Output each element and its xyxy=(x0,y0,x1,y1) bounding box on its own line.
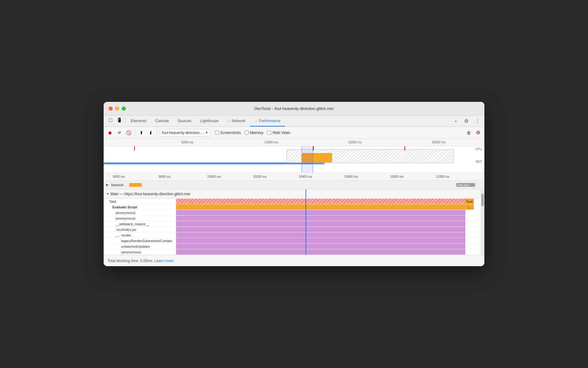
flame-row-legacy: legacyRenderSubtreeIntoContainer xyxy=(104,238,484,244)
evaluate-right-label: L... xyxy=(467,204,474,210)
perf-settings-button[interactable]: ⚙ xyxy=(474,129,482,137)
flame-row-evaluate: Evaluate Script L... xyxy=(104,204,484,210)
scrollbar-thumb[interactable] xyxy=(481,194,484,206)
network-warn-icon: ⚠ xyxy=(227,119,231,123)
anon1-label: (anonymous) xyxy=(104,210,172,215)
clear-button[interactable]: 🚫 xyxy=(125,129,132,137)
task-right-label: Task xyxy=(465,199,474,204)
tab-console[interactable]: Console xyxy=(151,116,173,127)
window-title: DevTools - foul-heavenly-direction.glitc… xyxy=(254,106,334,111)
flame-row-webpack: __webpack_require__ xyxy=(104,221,484,227)
tab-network[interactable]: ⚠ Network xyxy=(223,116,250,127)
anon3-bar xyxy=(176,249,465,255)
render-label: _... render xyxy=(104,232,172,238)
flame-chart: Task Task Evaluate Script L... (anonymou… xyxy=(104,199,484,255)
perf-toolbar: ⏺ ↺ 🚫 ⬆ ⬇ foul-heavenly-direction.... ▼ … xyxy=(104,127,484,139)
download-button[interactable]: ⬇ xyxy=(147,129,154,137)
timeline-tracks: CPU NET xyxy=(104,146,484,173)
task-bar xyxy=(176,199,473,204)
timeline-overview[interactable]: 5000 ms 10000 ms 15000 ms 20000 ms CPU N… xyxy=(104,139,484,173)
tab-sources[interactable]: Sources xyxy=(173,116,196,127)
render-bar xyxy=(176,232,465,238)
index-label: ./src/index.jsx xyxy=(104,227,172,232)
selection-region xyxy=(301,146,313,173)
reload-record-button[interactable]: ↺ xyxy=(115,129,123,137)
unbatched-bar xyxy=(176,244,465,249)
tab-lighthouse[interactable]: Lighthouse xyxy=(196,116,223,127)
webpack-bar xyxy=(176,221,465,226)
webpack-label: __webpack_require__ xyxy=(104,221,172,226)
performance-warn-icon: ⚠ xyxy=(254,119,258,123)
unbatched-label: unbatchedUpdates xyxy=(104,244,172,249)
divider xyxy=(135,130,135,136)
r-9800: 9800 ms xyxy=(159,175,170,178)
status-bar: Total blocking time: 0.00ms Learn more xyxy=(104,255,484,266)
flame-row-anon2: (anonymous) xyxy=(104,216,484,221)
maximize-button[interactable] xyxy=(122,107,126,111)
time-cursor-line xyxy=(306,189,306,255)
close-button[interactable] xyxy=(109,107,113,111)
learn-more-link[interactable]: Learn more xyxy=(154,259,174,263)
memory-checkbox[interactable] xyxy=(245,131,249,135)
soop-bar: soop.jpg ( xyxy=(456,183,475,187)
ruler-mark-10000: 10000 ms xyxy=(264,141,278,144)
red-marker-1 xyxy=(134,146,135,151)
timeline-ruler: 5000 ms 10000 ms 15000 ms 20000 ms xyxy=(104,139,484,146)
net-label: NET xyxy=(476,160,482,163)
flame-row-index: ./src/index.jsx xyxy=(104,227,484,232)
title-bar: DevTools - foul-heavenly-direction.glitc… xyxy=(104,102,484,116)
network-band: ▶ Network . soop.jpg ( xyxy=(104,181,484,189)
anon3-label: (anonymous) xyxy=(104,249,172,255)
more-options-icon[interactable]: ⋮ xyxy=(473,117,482,126)
flame-row-unbatched: unbatchedUpdates xyxy=(104,244,484,249)
ruler-mark-20000: 20000 ms xyxy=(432,141,446,144)
r-11000: 11000 ms xyxy=(436,175,449,178)
evaluate-bar xyxy=(176,204,473,210)
r-10800: 10800 ms xyxy=(390,175,404,178)
web-vitals-checkbox-item[interactable]: Web Vitals xyxy=(267,131,290,135)
trash-button[interactable]: 🗑 xyxy=(465,129,473,137)
blocking-time-text: Total blocking time: 0.00ms xyxy=(107,259,153,263)
checkbox-group: Screenshots Memory Web Vitals xyxy=(215,131,290,135)
divider xyxy=(157,130,157,136)
screenshots-checkbox[interactable] xyxy=(215,131,219,135)
task-label: Task xyxy=(104,199,172,204)
main-section-header: ▼ Main — https://foul-heavenly-direction… xyxy=(104,189,484,199)
r-9600: 9600 ms xyxy=(113,175,125,178)
index-bar xyxy=(176,227,465,232)
ruler-mark-5000: 5000 ms xyxy=(181,141,193,144)
r-10600: 10600 ms xyxy=(344,175,358,178)
r-10400: 10400 ms xyxy=(299,175,312,178)
url-selector[interactable]: foul-heavenly-direction.... ▼ xyxy=(160,129,210,137)
red-marker-3 xyxy=(404,146,405,151)
anon2-label: (anonymous) xyxy=(104,216,172,221)
minimize-button[interactable] xyxy=(115,107,119,111)
network-label: Network . xyxy=(111,183,125,187)
traffic-lights xyxy=(109,107,126,111)
divider xyxy=(125,116,125,122)
tab-elements[interactable]: Elements xyxy=(126,116,151,127)
time-ruler-detailed: 9600 ms 9800 ms 10000 ms 10200 ms 10400 … xyxy=(104,173,484,181)
cpu-label: CPU xyxy=(475,147,482,151)
flame-row-anon3: (anonymous) xyxy=(104,249,484,255)
tab-performance[interactable]: ⚠ Performance xyxy=(250,116,285,127)
memory-checkbox-item[interactable]: Memory xyxy=(245,131,263,135)
vertical-scrollbar[interactable] xyxy=(481,189,484,255)
nav-tabs: ⬡ 📱 Elements Console Sources Lighthouse … xyxy=(104,116,484,127)
network-collapse-triangle[interactable]: ▶ xyxy=(106,183,109,186)
chevron-down-icon: ▼ xyxy=(205,131,208,134)
more-tabs-button[interactable]: » xyxy=(452,116,459,127)
flame-row-anon1: (anonymous) xyxy=(104,210,484,216)
upload-button[interactable]: ⬆ xyxy=(138,129,145,137)
web-vitals-checkbox[interactable] xyxy=(267,131,271,135)
screenshots-checkbox-item[interactable]: Screenshots xyxy=(215,131,241,135)
inspector-icon[interactable]: ⬡ xyxy=(106,116,115,124)
r-10000: 10000 ms xyxy=(207,175,221,178)
evaluate-label: Evaluate Script xyxy=(104,204,172,210)
settings-gear-icon[interactable]: ⚙ xyxy=(462,117,471,126)
main-collapse-icon[interactable]: ▼ xyxy=(106,192,109,196)
device-icon[interactable]: 📱 xyxy=(115,116,124,124)
r-10200: 10200 ms xyxy=(253,175,267,178)
record-button[interactable]: ⏺ xyxy=(106,129,114,137)
ruler-mark-15000: 15000 ms xyxy=(348,141,362,144)
